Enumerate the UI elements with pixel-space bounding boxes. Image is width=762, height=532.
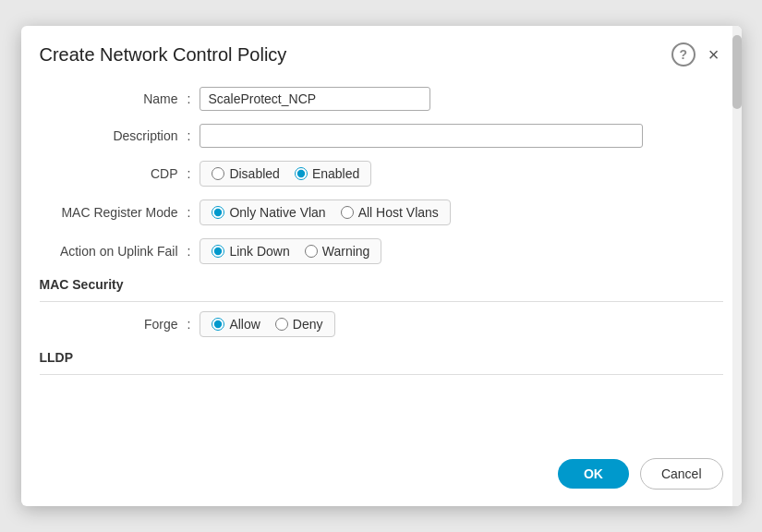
- cdp-enabled-label[interactable]: Enabled: [312, 166, 359, 181]
- warning-option[interactable]: Warning: [305, 244, 370, 259]
- description-colon: :: [187, 128, 191, 143]
- header-icons: ? ×: [671, 42, 723, 66]
- lldp-section: LLDP: [40, 350, 723, 375]
- mac-security-section: MAC Security Forge : Allow Deny: [40, 277, 723, 337]
- cancel-button[interactable]: Cancel: [640, 458, 723, 490]
- uplink-fail-row: Action on Uplink Fail : Link Down Warnin…: [40, 238, 723, 264]
- mac-all-host-radio[interactable]: [341, 206, 354, 219]
- scrollbar-track: [732, 26, 742, 506]
- forge-allow-option[interactable]: Allow: [212, 317, 260, 332]
- mac-only-native-radio[interactable]: [212, 206, 224, 219]
- warning-label[interactable]: Warning: [322, 244, 370, 259]
- dialog-footer: OK Cancel: [21, 447, 742, 506]
- link-down-radio[interactable]: [212, 245, 224, 258]
- lldp-title: LLDP: [40, 350, 723, 365]
- close-button[interactable]: ×: [705, 43, 723, 66]
- ok-button[interactable]: OK: [558, 459, 629, 489]
- forge-allow-label[interactable]: Allow: [229, 317, 260, 332]
- forge-colon: :: [187, 317, 191, 332]
- cdp-disabled-option[interactable]: Disabled: [212, 166, 279, 181]
- mac-register-label: MAC Register Mode: [40, 205, 187, 220]
- name-control: [200, 87, 722, 111]
- create-network-policy-dialog: Create Network Control Policy ? × Name :…: [21, 26, 742, 506]
- mac-all-host-option[interactable]: All Host Vlans: [341, 205, 439, 220]
- dialog-body: Name : Description : CDP : Disabled: [21, 78, 742, 447]
- forge-radio-group: Allow Deny: [200, 311, 334, 337]
- forge-deny-option[interactable]: Deny: [275, 317, 323, 332]
- dialog-title: Create Network Control Policy: [40, 44, 287, 66]
- cdp-row: CDP : Disabled Enabled: [40, 161, 723, 187]
- uplink-fail-radio-group: Link Down Warning: [200, 238, 381, 264]
- forge-label: Forge: [40, 317, 187, 332]
- mac-register-radio-group: Only Native Vlan All Host Vlans: [200, 200, 450, 225]
- uplink-fail-label: Action on Uplink Fail: [40, 244, 187, 259]
- lldp-divider: [40, 374, 723, 375]
- cdp-label: CDP: [40, 166, 187, 181]
- scrollbar-thumb[interactable]: [732, 35, 742, 109]
- forge-allow-radio[interactable]: [212, 318, 224, 331]
- cdp-colon: :: [187, 166, 191, 181]
- cdp-radio-group: Disabled Enabled: [200, 161, 371, 187]
- warning-radio[interactable]: [305, 245, 318, 258]
- description-control: [200, 124, 722, 148]
- description-input[interactable]: [200, 124, 643, 148]
- cdp-disabled-radio[interactable]: [212, 167, 224, 180]
- uplink-fail-colon: :: [187, 244, 191, 259]
- mac-register-row: MAC Register Mode : Only Native Vlan All…: [40, 200, 723, 225]
- description-label: Description: [40, 128, 187, 143]
- link-down-option[interactable]: Link Down: [212, 244, 289, 259]
- forge-deny-label[interactable]: Deny: [293, 317, 323, 332]
- name-row: Name :: [40, 87, 723, 111]
- mac-only-native-label[interactable]: Only Native Vlan: [229, 205, 325, 220]
- mac-all-host-label[interactable]: All Host Vlans: [358, 205, 439, 220]
- mac-security-title: MAC Security: [40, 277, 723, 292]
- forge-row: Forge : Allow Deny: [40, 311, 723, 337]
- mac-only-native-option[interactable]: Only Native Vlan: [212, 205, 325, 220]
- help-button[interactable]: ?: [671, 42, 695, 66]
- name-colon: :: [187, 91, 191, 106]
- cdp-enabled-option[interactable]: Enabled: [295, 166, 359, 181]
- dialog-header: Create Network Control Policy ? ×: [21, 26, 742, 78]
- mac-security-divider: [40, 301, 723, 302]
- mac-register-colon: :: [187, 205, 191, 220]
- description-row: Description :: [40, 124, 723, 148]
- name-label: Name: [40, 91, 187, 106]
- name-input[interactable]: [200, 87, 430, 111]
- cdp-disabled-label[interactable]: Disabled: [229, 166, 279, 181]
- cdp-enabled-radio[interactable]: [295, 167, 308, 180]
- forge-deny-radio[interactable]: [275, 318, 288, 331]
- link-down-label[interactable]: Link Down: [229, 244, 289, 259]
